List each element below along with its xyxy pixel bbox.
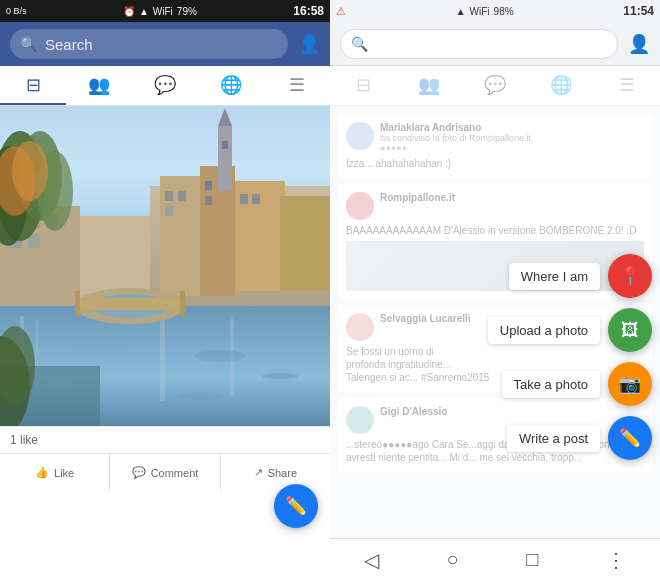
svg-rect-9 (165, 206, 173, 216)
signal-icon: ▲ (139, 6, 149, 17)
avatar-1 (346, 122, 374, 150)
svg-rect-6 (280, 196, 330, 291)
take-photo-label: Take a photo (502, 371, 600, 398)
comment-icon: 💬 (132, 466, 146, 479)
post-2-name: Rompipallone.it (380, 192, 455, 203)
share-button[interactable]: ↗ Share (221, 454, 330, 491)
svg-rect-13 (240, 194, 248, 204)
left-panel: 0 B/s ⏰ ▲ WiFi 79% 16:58 🔍 Search 👤 ⊟ 👥 … (0, 0, 330, 580)
like-button[interactable]: 👍 Like (0, 454, 110, 491)
search-icon-left: 🔍 (20, 36, 37, 52)
wifi-icon: WiFi (153, 6, 173, 17)
where-i-am-button[interactable]: 📍 (608, 254, 652, 298)
bottom-nav-right: ◁ ○ □ ⋮ (330, 538, 660, 580)
svg-rect-40 (75, 298, 185, 310)
alarm-icon: ⏰ (123, 6, 135, 17)
search-bar-left[interactable]: 🔍 Search (10, 29, 288, 59)
post-3-name: Selvaggia Lucarelli (380, 313, 471, 324)
tab-messages-right: 💬 (462, 66, 528, 105)
feed-left: 1 like 👍 Like 💬 Comment ↗ Share ✏️ (0, 106, 330, 580)
avatar-4 (346, 406, 374, 434)
svg-rect-41 (75, 291, 80, 316)
time-left: 16:58 (293, 4, 324, 18)
battery-right: 98% (494, 6, 514, 17)
like-icon: 👍 (35, 466, 49, 479)
svg-rect-34 (160, 311, 165, 401)
share-label: Share (268, 467, 297, 479)
home-button[interactable]: ○ (447, 548, 459, 571)
svg-rect-17 (222, 141, 228, 149)
fab-compose-button[interactable]: ✏️ (274, 484, 318, 528)
svg-rect-7 (165, 191, 173, 201)
svg-rect-8 (178, 191, 186, 201)
fb-header-right: 🔍 👤 (330, 22, 660, 66)
post-footer: 1 like (0, 426, 330, 453)
nav-tabs-right: ⊟ 👥 💬 🌐 ☰ (330, 66, 660, 106)
take-photo-button[interactable]: 📷 (608, 362, 652, 406)
signal-icon-right: ▲ (456, 6, 466, 17)
write-post-label: Write a post (507, 425, 600, 452)
svg-rect-12 (205, 196, 212, 205)
back-button[interactable]: ◁ (364, 548, 379, 572)
svg-point-36 (70, 338, 130, 354)
svg-rect-10 (205, 181, 212, 190)
status-bar-left: 0 B/s ⏰ ▲ WiFi 79% 16:58 (0, 0, 330, 22)
tab-globe[interactable]: 🌐 (198, 66, 264, 105)
data-usage: 0 B/s (6, 6, 27, 16)
like-label: Like (54, 467, 74, 479)
person-icon-left[interactable]: 👤 (298, 33, 320, 55)
svg-point-37 (195, 350, 245, 362)
avatar-2 (346, 192, 374, 220)
where-i-am-label: Where I am (509, 263, 600, 290)
overlay-buttons: Where I am 📍 Upload a photo 🖼 Take a pho… (488, 254, 652, 460)
person-icon-right[interactable]: 👤 (628, 33, 650, 55)
tab-friends[interactable]: 👥 (66, 66, 132, 105)
svg-point-45 (175, 392, 225, 400)
tab-menu-right: ☰ (594, 66, 660, 105)
battery-left: 79% (177, 6, 197, 17)
compose-icon: ✏️ (285, 495, 307, 517)
svg-rect-14 (252, 194, 260, 204)
comment-button[interactable]: 💬 Comment (110, 454, 220, 491)
write-post-row: Write a post ✏️ (507, 416, 652, 460)
recents-button[interactable]: □ (526, 548, 538, 571)
comment-label: Comment (151, 467, 199, 479)
tab-menu[interactable]: ☰ (264, 66, 330, 105)
post-1-time: ●●●●● (380, 143, 534, 153)
status-left-icons: 0 B/s (6, 6, 27, 16)
fb-header-left: 🔍 Search 👤 (0, 22, 330, 66)
post-2-text: BAAAAAAAAAAAAM D'Alessio in versione BOM… (346, 224, 644, 237)
post-1-text: Izza... ahahahahahan :) (346, 157, 644, 170)
upload-icon: 🖼 (621, 320, 639, 341)
feed-post-1: Mariaklara Andrisano ha condiviso la fot… (338, 114, 652, 178)
time-right: 11:54 (623, 4, 654, 18)
tab-home-right: ⊟ (330, 66, 396, 105)
write-post-button[interactable]: ✏️ (608, 416, 652, 460)
wifi-icon-right: WiFi (470, 6, 490, 17)
status-right-center: ▲ WiFi 98% (456, 6, 514, 17)
svg-point-46 (262, 373, 298, 379)
take-photo-row: Take a photo 📷 (502, 362, 652, 406)
like-count: 1 like (10, 433, 38, 447)
post-4-name: Gigi D'Alessio (380, 406, 447, 417)
upload-photo-button[interactable]: 🖼 (608, 308, 652, 352)
where-i-am-row: Where I am 📍 (509, 254, 652, 298)
painting-image (0, 106, 330, 426)
upload-photo-label: Upload a photo (488, 317, 600, 344)
tab-messages[interactable]: 💬 (132, 66, 198, 105)
more-button[interactable]: ⋮ (606, 548, 626, 572)
nav-tabs-left: ⊟ 👥 💬 🌐 ☰ (0, 66, 330, 106)
svg-rect-42 (180, 291, 185, 316)
tab-home[interactable]: ⊟ (0, 66, 66, 105)
tab-friends-right: 👥 (396, 66, 462, 105)
right-panel: ⚠ ▲ WiFi 98% 11:54 🔍 👤 ⊟ 👥 💬 🌐 ☰ Mariakl… (330, 0, 660, 580)
warn-icon: ⚠ (336, 5, 346, 18)
upload-photo-row: Upload a photo 🖼 (488, 308, 652, 352)
post-1-name: Mariaklara Andrisano (380, 122, 534, 133)
tab-globe-right: 🌐 (528, 66, 594, 105)
location-icon: 📍 (619, 265, 641, 287)
search-label: Search (45, 36, 93, 53)
svg-rect-15 (218, 126, 232, 191)
search-bar-right[interactable]: 🔍 (340, 29, 618, 59)
edit-icon: ✏️ (619, 427, 641, 449)
